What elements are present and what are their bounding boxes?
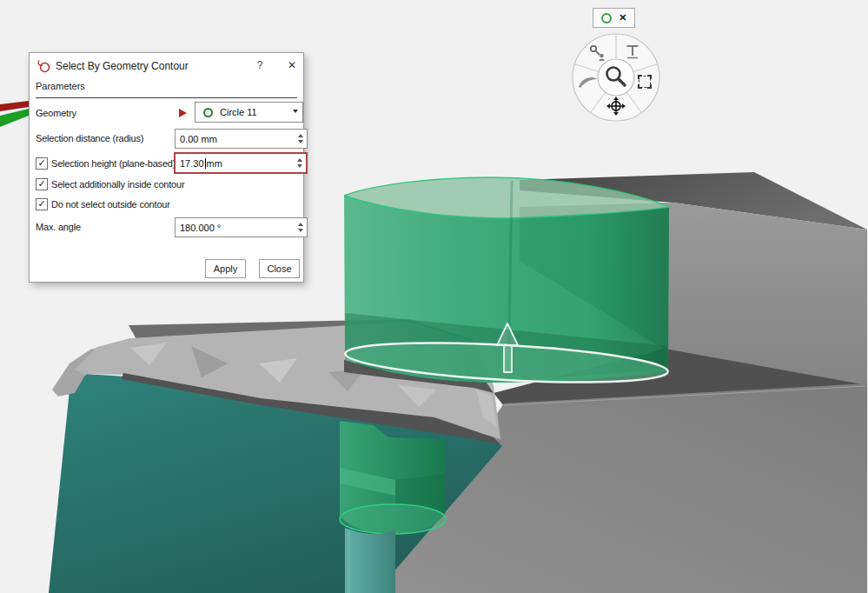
circle-marker-icon[interactable] xyxy=(601,13,612,23)
spinner-arrows[interactable] xyxy=(298,130,303,148)
height-unit: mm xyxy=(207,158,222,169)
dialog-title-bar[interactable]: Select By Geometry Contour ? ✕ xyxy=(30,53,303,79)
chevron-down-icon xyxy=(293,110,298,113)
max-angle-input[interactable]: 180.000 ° xyxy=(175,217,308,237)
geometry-value: Circle 11 xyxy=(220,107,257,117)
height-label: Selection height (plane-based) xyxy=(51,158,176,169)
circle-element-icon xyxy=(203,108,213,117)
height-input[interactable]: 17.30mm xyxy=(174,152,308,174)
height-checkbox[interactable]: ✓ xyxy=(36,157,48,170)
contour-select-icon xyxy=(36,59,50,73)
radial-quick-menu[interactable] xyxy=(568,30,664,125)
geometry-label: Geometry xyxy=(36,108,76,118)
text-caret xyxy=(205,158,206,169)
close-icon[interactable]: ✕ xyxy=(619,13,626,23)
geometry-dropdown[interactable]: Circle 11 xyxy=(195,102,303,123)
inside-contour-label: Select additionally inside contour xyxy=(51,179,184,190)
height-value: 17.30 xyxy=(180,158,204,169)
parameters-section-header: Parameters xyxy=(36,81,297,98)
dialog-title: Select By Geometry Contour xyxy=(56,60,189,72)
help-button[interactable]: ? xyxy=(252,59,268,71)
spinner-arrows[interactable] xyxy=(298,218,303,237)
zoom-icon[interactable] xyxy=(598,59,634,96)
outside-contour-label: Do not select outside contour xyxy=(51,199,170,210)
inside-contour-checkbox[interactable]: ✓ xyxy=(36,178,48,190)
distance-input[interactable]: 0.00 mm xyxy=(175,129,308,149)
apply-button[interactable]: Apply xyxy=(205,259,246,278)
element-flag-icon xyxy=(179,109,187,117)
selection-mini-toolbar: ✕ xyxy=(593,8,635,28)
model-teal-post xyxy=(345,528,395,593)
distance-value: 0.00 mm xyxy=(180,134,217,144)
max-angle-value: 180.000 ° xyxy=(180,223,221,233)
close-button[interactable]: Close xyxy=(259,259,300,278)
spinner-arrows[interactable] xyxy=(297,154,302,172)
max-angle-label: Max. angle xyxy=(36,222,81,232)
distance-label: Selection distance (radius) xyxy=(36,133,143,143)
close-icon[interactable]: ✕ xyxy=(283,59,301,71)
select-by-geometry-contour-dialog: Select By Geometry Contour ? ✕ Parameter… xyxy=(29,52,304,283)
outside-contour-checkbox[interactable]: ✓ xyxy=(36,198,48,210)
